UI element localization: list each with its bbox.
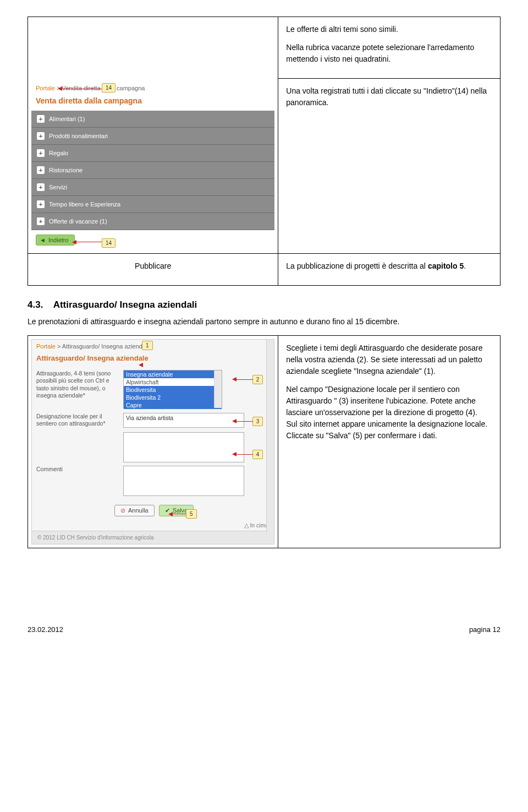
label-commenti: Commenti (36, 466, 119, 496)
category-row[interactable]: +Regalo (31, 145, 274, 162)
listbox-option[interactable]: Capre (124, 401, 222, 409)
back-button-label: Indietro (48, 237, 69, 243)
breadcrumb: Portale > Attirasguardo/ Insegna azienda… (32, 340, 274, 353)
plus-icon: + (37, 183, 45, 191)
row1-text-1: Le offerte di altri temi sono simili. (286, 24, 492, 35)
footer-page: pagina 12 (469, 625, 501, 634)
screenshot-attirasguardo-form: Portale > Attirasguardo/ Insegna azienda… (31, 339, 274, 544)
plus-icon: + (37, 217, 45, 225)
listbox-option[interactable]: Biodiversita 2 (124, 394, 222, 401)
plus-icon: + (37, 200, 45, 208)
category-row[interactable]: +Alimentari (1) (31, 111, 274, 128)
arrow-left-icon: ◄ (40, 237, 46, 243)
section-number: 4.3. (28, 299, 43, 310)
designazione-textarea[interactable] (123, 432, 244, 462)
category-row[interactable]: +Servizi (31, 179, 274, 196)
designazione-input[interactable]: Via azienda artista (123, 413, 244, 428)
row3-left: Pubblicare (135, 261, 171, 270)
plus-icon: + (37, 115, 45, 123)
copyright-text: © 2012 LID CH Servizio d'informazione ag… (32, 531, 274, 544)
instruction-table-2: Portale > Attirasguardo/ Insegna azienda… (28, 335, 501, 548)
callout-14-bottom: 14 (102, 238, 116, 248)
instruction-table-1: Le offerte di altri temi sono simili. Ne… (28, 17, 501, 286)
callout-3: 3 (252, 417, 263, 426)
in-cima-link[interactable]: △ In cima (32, 520, 274, 531)
callout-4: 4 (252, 450, 263, 459)
table2-p2: Nel campo "Designazione locale per il se… (286, 384, 492, 442)
label-themes: Attirasguardo, 4-8 temi (sono possibili … (36, 370, 119, 408)
row3-right: La pubblicazione di progetti è descritta… (286, 260, 492, 272)
screenshot-vendita-diretta: Portale > Vendita diretta dalla campagna… (31, 82, 274, 250)
plus-icon: + (37, 166, 45, 174)
breadcrumb-portale-link[interactable]: Portale (36, 85, 55, 91)
section-title: Attirasguardo/ Insegna aziendali (53, 299, 197, 310)
category-row[interactable]: +Prodotti nonalimentari (31, 128, 274, 145)
themes-listbox[interactable]: Insegna aziendale Alpwirtschaft Biodiver… (123, 370, 222, 408)
commenti-textarea[interactable] (123, 466, 244, 496)
category-row[interactable]: +Tempo libero e Esperienza (31, 196, 274, 213)
breadcrumb-portale-link[interactable]: Portale (36, 343, 56, 350)
callout-5: 5 (186, 509, 197, 519)
form-title: Attirasguardo/ Insegna aziendale (32, 353, 274, 368)
callout-1: 1 (142, 341, 153, 350)
listbox-scrollbar[interactable] (214, 370, 222, 408)
listbox-option[interactable]: Biodiversita (124, 386, 222, 394)
cancel-button-label: Annulla (128, 507, 148, 514)
callout-14-top: 14 (102, 83, 116, 92)
listbox-option[interactable]: Alpwirtschaft (124, 378, 222, 386)
vertical-scrollbar[interactable] (266, 340, 274, 532)
callout-2: 2 (252, 375, 263, 384)
category-row[interactable]: +Offerte di vacanze (1) (31, 213, 274, 230)
label-designazione: Designazione locale per il sentiero con … (36, 413, 119, 428)
category-row[interactable]: +Ristorazione (31, 162, 274, 179)
section-intro: Le prenotazioni di attirasguardo e inseg… (28, 316, 501, 328)
arrow-up-icon: △ (244, 522, 249, 528)
section-heading: 4.3. Attirasguardo/ Insegna aziendali (28, 299, 501, 310)
cancel-button[interactable]: ⊘ Annulla (114, 505, 155, 516)
row2-text: Una volta registrati tutti i dati clicca… (286, 85, 492, 108)
row1-text-2: Nella rubrica vacanze potete selezionare… (286, 42, 492, 65)
breadcrumb: Portale > Vendita diretta dalla campagna (31, 82, 274, 94)
panel-title: Venta diretta dalla campagna (31, 94, 274, 111)
plus-icon: + (37, 149, 45, 157)
table2-p1: Scegliete i temi degli Attirasguardo che… (286, 342, 492, 377)
plus-icon: + (37, 132, 45, 140)
page-footer: 23.02.2012 pagina 12 (28, 625, 501, 634)
breadcrumb-rest: > Vendita diretta dalla campagna (55, 85, 145, 91)
listbox-option[interactable]: Insegna aziendale (124, 370, 222, 378)
footer-date: 23.02.2012 (28, 625, 63, 634)
cancel-icon: ⊘ (120, 507, 125, 514)
back-button[interactable]: ◄ Indietro (36, 235, 75, 246)
